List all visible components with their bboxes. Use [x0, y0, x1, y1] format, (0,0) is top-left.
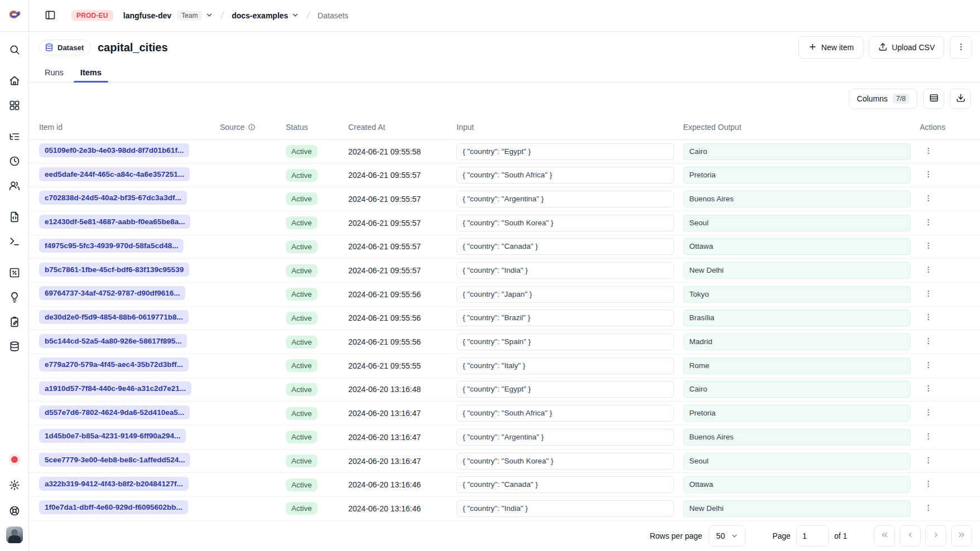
tab-items[interactable]: Items: [79, 63, 103, 82]
expected-output-value[interactable]: Rome: [683, 357, 911, 374]
row-actions-button[interactable]: [921, 167, 936, 183]
item-id-link[interactable]: 1d45b0e7-b85a-4231-9149-6ff90a294...: [39, 429, 186, 443]
table-row[interactable]: a322b319-9412-4f43-b8f2-b20484127f... Ac…: [29, 473, 980, 497]
table-row[interactable]: b5c144cd-52a5-4a80-926e-58617f895... Act…: [29, 330, 980, 354]
expected-output-value[interactable]: Cairo: [683, 143, 911, 160]
page-input[interactable]: [796, 525, 829, 547]
expected-output-value[interactable]: Pretoria: [683, 405, 911, 422]
row-actions-button[interactable]: [921, 381, 936, 398]
table-row[interactable]: b75c7861-1fbe-45cf-bdf6-83f139c95539 Act…: [29, 259, 980, 283]
table-row[interactable]: de30d2e0-f5d9-4854-88b6-0619771b8... Act…: [29, 307, 980, 331]
input-value[interactable]: { "country": "South Africa" }: [457, 167, 674, 183]
input-value[interactable]: { "country": "Canada" }: [457, 476, 674, 493]
expected-output-value[interactable]: New Delhi: [683, 262, 911, 279]
expected-output-value[interactable]: Ottawa: [683, 476, 911, 493]
input-value[interactable]: { "country": "Spain" }: [457, 334, 674, 350]
org-switcher[interactable]: Team: [177, 11, 213, 21]
sidebar-item-annotation[interactable]: [4, 312, 25, 333]
expected-output-value[interactable]: Brasília: [683, 310, 911, 326]
expected-output-value[interactable]: Buenos Aires: [683, 191, 911, 207]
row-actions-button[interactable]: [921, 476, 936, 493]
item-id-link[interactable]: 5cee7779-3e00-4eb8-be8c-1affedd524...: [39, 453, 190, 467]
sidebar-item-home[interactable]: [4, 71, 25, 92]
breadcrumb-datasets[interactable]: Datasets: [318, 11, 348, 20]
expected-output-value[interactable]: Buenos Aires: [683, 429, 911, 446]
item-id-link[interactable]: b5c144cd-52a5-4a80-926e-58617f895...: [39, 334, 187, 348]
item-id-link[interactable]: 1f0e7da1-dbff-4e60-929d-f6095602bb...: [39, 500, 188, 514]
item-id-link[interactable]: f4975c95-5fc3-4939-970d-58fa5cd48...: [39, 239, 184, 253]
row-actions-button[interactable]: [921, 357, 936, 374]
columns-button[interactable]: Columns 7/8: [849, 89, 917, 109]
sidebar-item-settings[interactable]: [4, 475, 25, 496]
row-height-button[interactable]: [923, 89, 944, 109]
item-id-link[interactable]: eed5dafe-244f-465c-a84c-4a6e357251...: [39, 167, 190, 181]
sidebar-item-support[interactable]: [4, 501, 25, 522]
previous-page-button[interactable]: [900, 525, 921, 547]
table-row[interactable]: 1f0e7da1-dbff-4e60-929d-f6095602bb... Ac…: [29, 497, 980, 521]
row-actions-button[interactable]: [921, 453, 936, 470]
table-row[interactable]: c702838d-24d5-40a2-bf35-67dc3a3df... Act…: [29, 187, 980, 211]
sidebar-item-search[interactable]: [4, 40, 25, 61]
first-page-button[interactable]: [874, 525, 895, 547]
row-actions-button[interactable]: [921, 143, 936, 160]
input-value[interactable]: { "country": "Egypt" }: [457, 143, 674, 160]
sidebar-item-prompts[interactable]: [4, 207, 25, 228]
input-value[interactable]: { "country": "Italy" }: [457, 357, 674, 374]
project-switcher[interactable]: docs-examples: [232, 11, 299, 21]
input-value[interactable]: { "country": "India" }: [457, 500, 674, 517]
sidebar-item-playground[interactable]: [4, 231, 25, 253]
input-value[interactable]: { "country": "Egypt" }: [457, 381, 674, 398]
input-value[interactable]: { "country": "Argentina" }: [457, 429, 674, 446]
item-id-link[interactable]: e12430df-5e81-4687-aabb-f0ea65be8a...: [39, 215, 190, 229]
table-row[interactable]: 1d45b0e7-b85a-4231-9149-6ff90a294... Act…: [29, 426, 980, 450]
input-value[interactable]: { "country": "India" }: [457, 262, 674, 279]
input-value[interactable]: { "country": "Argentina" }: [457, 191, 674, 207]
row-actions-button[interactable]: [921, 286, 936, 303]
expected-output-value[interactable]: Madrid: [683, 334, 911, 350]
item-id-link[interactable]: c702838d-24d5-40a2-bf35-67dc3a3df...: [39, 191, 187, 205]
item-id-link[interactable]: b75c7861-1fbe-45cf-bdf6-83f139c95539: [39, 263, 189, 277]
input-value[interactable]: { "country": "South Africa" }: [457, 405, 674, 422]
expected-output-value[interactable]: Tokyo: [683, 286, 911, 303]
recording-indicator-dot[interactable]: [11, 456, 18, 463]
input-value[interactable]: { "country": "South Korea" }: [457, 453, 674, 470]
item-id-link[interactable]: 69764737-34af-4752-9787-d90df9616...: [39, 286, 185, 300]
sidebar-item-users[interactable]: [4, 176, 25, 197]
next-page-button[interactable]: [925, 525, 947, 547]
input-value[interactable]: { "country": "Canada" }: [457, 238, 674, 255]
sidebar-item-insights[interactable]: [4, 287, 25, 308]
table-row[interactable]: 69764737-34af-4752-9787-d90df9616... Act…: [29, 283, 980, 307]
row-actions-button[interactable]: [921, 429, 936, 446]
tab-runs[interactable]: Runs: [44, 63, 65, 82]
upload-csv-button[interactable]: Upload CSV: [869, 36, 944, 59]
table-row[interactable]: d557e7d6-7802-4624-9da6-52d410ea5... Act…: [29, 402, 980, 426]
row-actions-button[interactable]: [921, 191, 936, 207]
item-id-link[interactable]: a322b319-9412-4f43-b8f2-b20484127f...: [39, 477, 189, 491]
info-icon[interactable]: [248, 123, 256, 131]
sidebar-item-tracing[interactable]: [4, 127, 25, 148]
expected-output-value[interactable]: Cairo: [683, 381, 911, 398]
row-actions-button[interactable]: [921, 500, 936, 517]
user-avatar[interactable]: [6, 526, 23, 543]
row-actions-button[interactable]: [921, 262, 936, 279]
langfuse-logo-icon[interactable]: [7, 8, 22, 23]
last-page-button[interactable]: [951, 525, 972, 547]
item-id-link[interactable]: 05109ef0-2e3b-4e03-98dd-8f7d01b61f...: [39, 143, 189, 157]
input-value[interactable]: { "country": "South Korea" }: [457, 215, 674, 231]
sidebar-item-evaluation[interactable]: [4, 263, 25, 284]
item-id-link[interactable]: d557e7d6-7802-4624-9da6-52d410ea5...: [39, 405, 190, 419]
dataset-actions-menu-button[interactable]: [950, 36, 972, 59]
table-row[interactable]: eed5dafe-244f-465c-a84c-4a6e357251... Ac…: [29, 163, 980, 187]
item-id-link[interactable]: a1910d57-7f84-440c-9e46-a31c2d7e21...: [39, 381, 191, 395]
table-row[interactable]: 5cee7779-3e00-4eb8-be8c-1affedd524... Ac…: [29, 450, 980, 473]
expected-output-value[interactable]: Ottawa: [683, 238, 911, 255]
sidebar-toggle-button[interactable]: [42, 7, 58, 25]
table-row[interactable]: a1910d57-7f84-440c-9e46-a31c2d7e21... Ac…: [29, 378, 980, 402]
sidebar-item-sessions[interactable]: [4, 151, 25, 172]
sidebar-item-dashboards[interactable]: [4, 95, 25, 117]
item-id-link[interactable]: e779a270-579a-4f45-aec4-35b72d3bff...: [39, 357, 189, 371]
input-value[interactable]: { "country": "Japan" }: [457, 286, 674, 303]
org-name[interactable]: langfuse-dev: [123, 11, 171, 20]
expected-output-value[interactable]: Seoul: [683, 453, 911, 470]
rows-per-page-select[interactable]: 50: [709, 525, 746, 547]
